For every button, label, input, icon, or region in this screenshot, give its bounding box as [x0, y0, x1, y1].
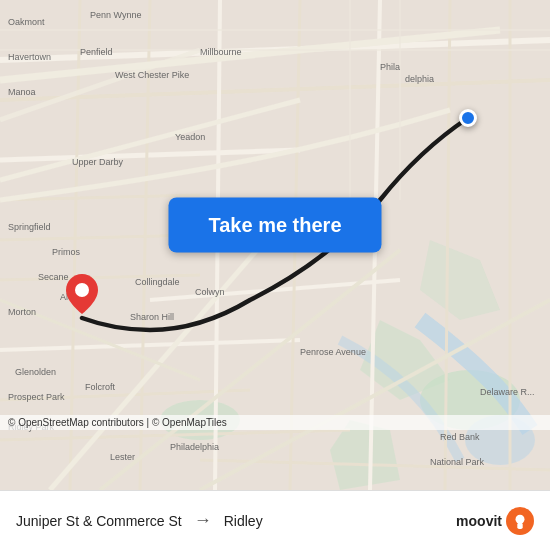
svg-text:Yeadon: Yeadon	[175, 132, 205, 142]
svg-text:Lester: Lester	[110, 452, 135, 462]
svg-text:Red Bank: Red Bank	[440, 432, 480, 442]
take-me-there-button[interactable]: Take me there	[168, 198, 381, 253]
copyright-bar: © OpenStreetMap contributors | © OpenMap…	[0, 415, 550, 430]
svg-text:National Park: National Park	[430, 457, 485, 467]
svg-text:Sharon Hill: Sharon Hill	[130, 312, 174, 322]
svg-text:Manoa: Manoa	[8, 87, 36, 97]
svg-text:Delaware R...: Delaware R...	[480, 387, 535, 397]
svg-text:Collingdale: Collingdale	[135, 277, 180, 287]
svg-text:Millbourne: Millbourne	[200, 47, 242, 57]
svg-point-64	[75, 283, 89, 297]
svg-text:Penfield: Penfield	[80, 47, 113, 57]
svg-text:Upper Darby: Upper Darby	[72, 157, 124, 167]
svg-rect-66	[517, 522, 522, 528]
svg-text:Primos: Primos	[52, 247, 81, 257]
svg-text:Glenolden: Glenolden	[15, 367, 56, 377]
moovit-label: moovit	[456, 513, 502, 529]
moovit-icon	[506, 507, 534, 535]
moovit-logo: moovit	[456, 507, 534, 535]
svg-text:Phila: Phila	[380, 62, 400, 72]
origin-marker	[66, 274, 98, 318]
svg-text:West Chester Pike: West Chester Pike	[115, 70, 189, 80]
svg-text:delphia: delphia	[405, 74, 434, 84]
svg-text:Penrose Avenue: Penrose Avenue	[300, 347, 366, 357]
svg-text:Havertown: Havertown	[8, 52, 51, 62]
route-from-label: Juniper St & Commerce St	[16, 513, 182, 529]
route-info: Juniper St & Commerce St → Ridley	[16, 510, 456, 531]
svg-text:Oakmont: Oakmont	[8, 17, 45, 27]
svg-text:Folcroft: Folcroft	[85, 382, 116, 392]
route-to-label: Ridley	[224, 513, 263, 529]
map-container: Oakmont Penn Wynne Havertown Penfield Ma…	[0, 0, 550, 490]
destination-marker	[459, 109, 477, 127]
svg-text:Springfield: Springfield	[8, 222, 51, 232]
svg-text:Philadelphia: Philadelphia	[170, 442, 219, 452]
svg-text:Secane: Secane	[38, 272, 69, 282]
svg-text:Penn Wynne: Penn Wynne	[90, 10, 141, 20]
svg-text:Prospect Park: Prospect Park	[8, 392, 65, 402]
svg-point-65	[516, 514, 525, 523]
svg-text:Morton: Morton	[8, 307, 36, 317]
route-arrow-icon: →	[194, 510, 212, 531]
svg-text:Colwyn: Colwyn	[195, 287, 225, 297]
bottom-bar: Juniper St & Commerce St → Ridley moovit	[0, 490, 550, 550]
